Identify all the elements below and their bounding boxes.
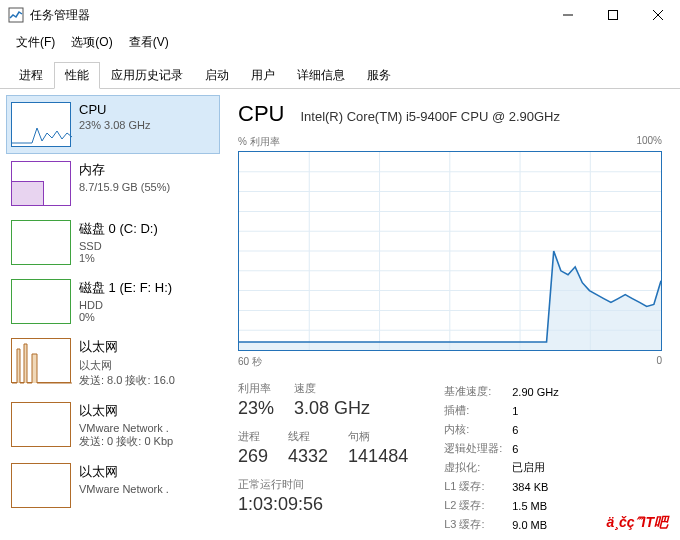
sidebar-item-name: 以太网 — [79, 463, 169, 481]
label-proc: 进程 — [238, 429, 268, 444]
sidebar-item-sub: 以太网 — [79, 358, 175, 373]
thumb-icon — [11, 161, 71, 206]
value-speed: 3.08 GHz — [294, 398, 370, 419]
tab-app-history[interactable]: 应用历史记录 — [100, 62, 194, 89]
tab-row: 进程 性能 应用历史记录 启动 用户 详细信息 服务 — [0, 57, 680, 89]
sidebar-item-3[interactable]: 磁盘 1 (E: F: H:)HDD0% — [6, 272, 220, 331]
titlebar: 任务管理器 — [0, 0, 680, 30]
value-util: 23% — [238, 398, 274, 419]
thumb-icon — [11, 338, 71, 383]
sidebar-item-name: 磁盘 1 (E: F: H:) — [79, 279, 172, 297]
spec-table: 基准速度:2.90 GHz 插槽:1 内核:6 逻辑处理器:6 虚拟化:已启用 … — [438, 381, 565, 535]
thumb-icon — [11, 279, 71, 324]
value-uptime: 1:03:09:56 — [238, 494, 323, 515]
label-speed: 速度 — [294, 381, 370, 396]
chart-ylabel: % 利用率 — [238, 135, 280, 149]
value-proc: 269 — [238, 446, 268, 467]
sidebar-item-sub2: 0% — [79, 311, 172, 323]
tab-services[interactable]: 服务 — [356, 62, 402, 89]
thumb-icon — [11, 102, 71, 147]
sidebar-item-1[interactable]: 内存8.7/15.9 GB (55%) — [6, 154, 220, 213]
menubar: 文件(F) 选项(O) 查看(V) — [0, 30, 680, 57]
cpu-chart[interactable] — [238, 151, 662, 351]
sidebar-item-sub: 23% 3.08 GHz — [79, 119, 151, 131]
sidebar-item-6[interactable]: 以太网VMware Network . — [6, 456, 220, 515]
sidebar-item-sub: SSD — [79, 240, 158, 252]
sidebar-item-sub: VMware Network . — [79, 422, 173, 434]
sidebar-item-sub2: 1% — [79, 252, 158, 264]
value-handles: 141484 — [348, 446, 408, 467]
label-uptime: 正常运行时间 — [238, 477, 323, 492]
page-title: CPU — [238, 101, 284, 127]
tab-details[interactable]: 详细信息 — [286, 62, 356, 89]
tab-processes[interactable]: 进程 — [8, 62, 54, 89]
sidebar-item-2[interactable]: 磁盘 0 (C: D:)SSD1% — [6, 213, 220, 272]
sidebar-item-sub2: 发送: 0 接收: 0 Kbp — [79, 434, 173, 449]
tab-performance[interactable]: 性能 — [54, 62, 100, 89]
menu-file[interactable]: 文件(F) — [8, 32, 63, 53]
main-panel: CPU Intel(R) Core(TM) i5-9400F CPU @ 2.9… — [220, 89, 680, 540]
sidebar-item-0[interactable]: CPU23% 3.08 GHz — [6, 95, 220, 154]
sidebar-item-name: 以太网 — [79, 402, 173, 420]
sidebar-item-4[interactable]: 以太网以太网发送: 8.0 接收: 16.0 — [6, 331, 220, 395]
sidebar-item-name: CPU — [79, 102, 151, 117]
app-icon — [8, 7, 24, 23]
sidebar-item-sub: VMware Network . — [79, 483, 169, 495]
thumb-icon — [11, 402, 71, 447]
cpu-model: Intel(R) Core(TM) i5-9400F CPU @ 2.90GHz — [300, 109, 560, 124]
svg-rect-0 — [9, 8, 23, 22]
svg-rect-2 — [608, 11, 617, 20]
sidebar-item-sub: 8.7/15.9 GB (55%) — [79, 181, 170, 193]
tab-users[interactable]: 用户 — [240, 62, 286, 89]
sidebar-item-sub: HDD — [79, 299, 172, 311]
minimize-button[interactable] — [545, 0, 590, 30]
value-threads: 4332 — [288, 446, 328, 467]
sidebar-item-name: 内存 — [79, 161, 170, 179]
sidebar: CPU23% 3.08 GHz内存8.7/15.9 GB (55%)磁盘 0 (… — [0, 89, 220, 540]
sidebar-item-sub2: 发送: 8.0 接收: 16.0 — [79, 373, 175, 388]
label-handles: 句柄 — [348, 429, 408, 444]
sidebar-item-name: 磁盘 0 (C: D:) — [79, 220, 158, 238]
tab-startup[interactable]: 启动 — [194, 62, 240, 89]
chart-xleft: 60 秒 — [238, 355, 262, 369]
watermark: ä¸čç‴IT吧 — [607, 514, 668, 532]
sidebar-item-5[interactable]: 以太网VMware Network .发送: 0 接收: 0 Kbp — [6, 395, 220, 456]
maximize-button[interactable] — [590, 0, 635, 30]
chart-ymax: 100% — [636, 135, 662, 149]
menu-view[interactable]: 查看(V) — [121, 32, 177, 53]
chart-xright: 0 — [656, 355, 662, 369]
label-util: 利用率 — [238, 381, 274, 396]
menu-options[interactable]: 选项(O) — [63, 32, 120, 53]
window-title: 任务管理器 — [30, 7, 545, 24]
label-threads: 线程 — [288, 429, 328, 444]
thumb-icon — [11, 463, 71, 508]
thumb-icon — [11, 220, 71, 265]
sidebar-item-name: 以太网 — [79, 338, 175, 356]
close-button[interactable] — [635, 0, 680, 30]
